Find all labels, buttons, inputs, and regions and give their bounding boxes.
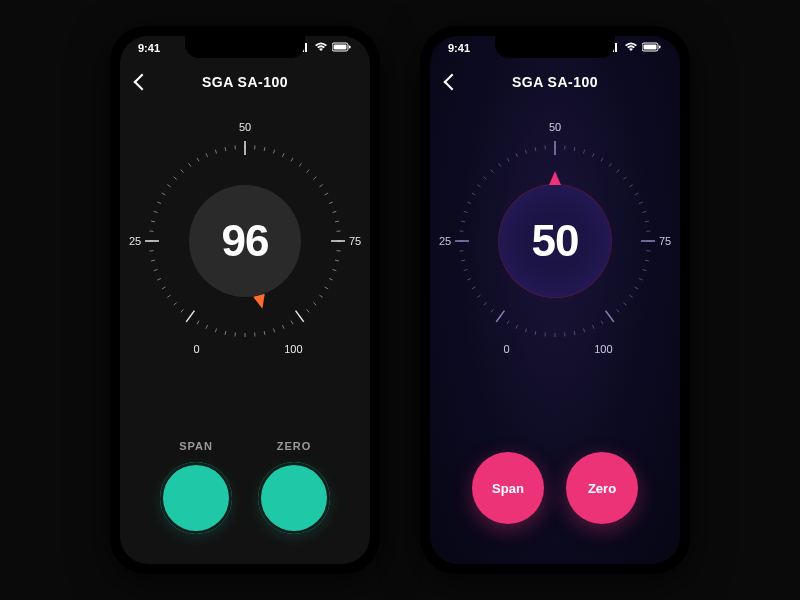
svg-rect-75: [615, 43, 617, 52]
svg-line-106: [525, 150, 526, 154]
span-group: SPAN: [160, 440, 232, 534]
svg-line-42: [291, 158, 293, 161]
zero-button[interactable]: Zero: [566, 452, 638, 524]
svg-line-135: [592, 325, 594, 329]
svg-line-31: [189, 163, 191, 166]
page-title: SGA SA-100: [512, 74, 598, 90]
svg-line-12: [197, 321, 199, 324]
svg-line-129: [635, 287, 638, 289]
svg-line-11: [206, 325, 208, 329]
svg-line-87: [484, 303, 487, 306]
tick-label-25: 25: [439, 235, 451, 247]
span-button[interactable]: Span: [472, 452, 544, 524]
svg-rect-6: [349, 46, 351, 49]
svg-line-45: [313, 177, 316, 180]
svg-line-137: [574, 331, 575, 335]
svg-line-97: [464, 211, 468, 212]
phone-mockup-b: 9:41 SGA SA-100 50: [420, 26, 690, 574]
tick-label-100: 100: [594, 343, 612, 355]
notch: [185, 36, 305, 58]
svg-line-33: [206, 153, 208, 157]
svg-line-119: [635, 193, 638, 195]
svg-line-35: [225, 147, 226, 151]
wifi-icon: [624, 42, 638, 54]
svg-line-19: [154, 269, 158, 270]
svg-line-96: [461, 221, 465, 222]
svg-line-59: [313, 303, 316, 306]
svg-line-130: [629, 295, 632, 297]
svg-line-27: [162, 193, 165, 195]
svg-line-30: [181, 170, 184, 173]
svg-line-55: [332, 269, 336, 270]
svg-line-50: [335, 221, 339, 222]
svg-line-113: [592, 153, 594, 157]
gauge-center: 50: [499, 185, 611, 297]
span-button[interactable]: [160, 462, 232, 534]
svg-line-39: [264, 147, 265, 151]
svg-line-143: [606, 311, 614, 322]
svg-line-81: [535, 331, 536, 335]
back-icon[interactable]: [444, 74, 461, 91]
svg-line-99: [472, 193, 475, 195]
svg-line-103: [499, 163, 501, 166]
svg-line-131: [623, 303, 626, 306]
svg-line-17: [162, 287, 165, 289]
tick-label-0: 0: [194, 343, 200, 355]
action-buttons: Span Zero: [430, 452, 680, 524]
svg-line-16: [167, 295, 170, 297]
screen: 9:41 SGA SA-100 96: [120, 36, 370, 564]
svg-line-84: [507, 321, 509, 324]
svg-line-34: [215, 150, 216, 154]
svg-line-10: [215, 328, 216, 332]
svg-line-58: [319, 295, 322, 297]
zero-button[interactable]: [258, 462, 330, 534]
status-time: 9:41: [138, 42, 160, 54]
svg-line-89: [472, 287, 475, 289]
svg-line-18: [157, 278, 161, 280]
battery-icon: [332, 42, 352, 54]
svg-line-122: [645, 221, 649, 222]
svg-rect-3: [305, 43, 307, 52]
gauge: 50 50 25 75 0 100: [445, 131, 665, 351]
tick-label-75: 75: [349, 235, 361, 247]
svg-line-28: [167, 185, 170, 187]
svg-rect-77: [644, 45, 657, 50]
gauge-center: 96: [189, 185, 301, 297]
svg-line-32: [197, 158, 199, 161]
svg-line-65: [264, 331, 265, 335]
svg-line-121: [642, 211, 646, 212]
svg-line-82: [525, 328, 526, 332]
svg-line-44: [307, 170, 310, 173]
svg-line-105: [516, 153, 518, 157]
svg-rect-5: [334, 45, 347, 50]
svg-line-90: [467, 278, 471, 280]
svg-line-63: [282, 325, 284, 329]
svg-line-25: [154, 211, 158, 212]
svg-line-64: [273, 328, 274, 332]
svg-line-86: [491, 309, 494, 312]
svg-line-43: [299, 163, 301, 166]
svg-rect-78: [659, 46, 661, 49]
svg-line-91: [464, 269, 468, 270]
svg-line-116: [617, 170, 620, 173]
tick-label-0: 0: [504, 343, 510, 355]
status-time: 9:41: [448, 42, 470, 54]
svg-line-9: [225, 331, 226, 335]
svg-line-29: [174, 177, 177, 180]
svg-line-118: [629, 185, 632, 187]
tick-label-25: 25: [129, 235, 141, 247]
svg-line-26: [157, 202, 161, 204]
svg-line-88: [477, 295, 480, 297]
gauge-value: 96: [222, 216, 269, 266]
tick-label-100: 100: [284, 343, 302, 355]
wifi-icon: [314, 42, 328, 54]
svg-line-136: [583, 328, 584, 332]
gauge-pointer-icon: [253, 294, 268, 311]
svg-line-56: [329, 278, 333, 280]
tick-label-75: 75: [659, 235, 671, 247]
phone-mockup-a: 9:41 SGA SA-100 96: [110, 26, 380, 574]
svg-line-47: [325, 193, 328, 195]
back-icon[interactable]: [134, 74, 151, 91]
svg-line-54: [335, 260, 339, 261]
svg-line-112: [583, 150, 584, 154]
